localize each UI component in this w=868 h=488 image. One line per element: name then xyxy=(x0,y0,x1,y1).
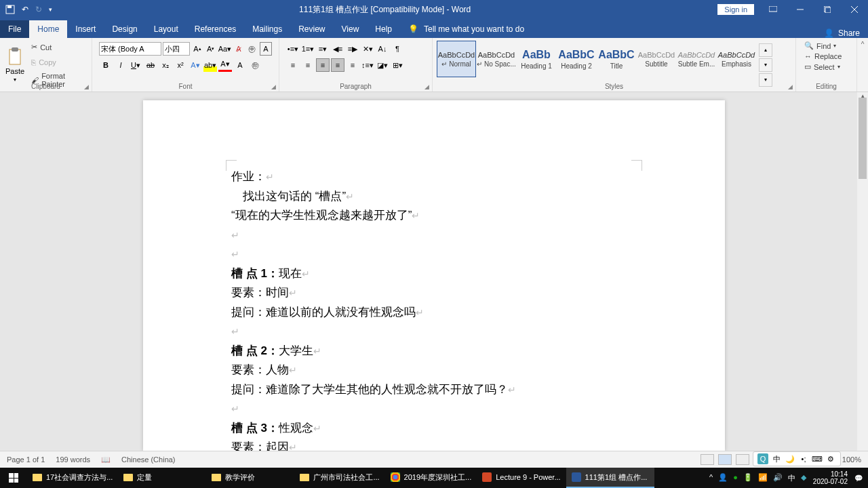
borders-button[interactable]: ⊞▾ xyxy=(391,58,404,72)
font-color-button[interactable]: A▾ xyxy=(218,58,232,72)
char-border-button[interactable]: A xyxy=(260,42,272,56)
select-button[interactable]: ▭Select▾ xyxy=(803,62,850,72)
scroll-thumb[interactable] xyxy=(859,98,867,179)
bold-button[interactable]: B xyxy=(99,58,113,72)
word-count[interactable]: 199 words xyxy=(56,455,90,464)
ime-keyboard-icon[interactable]: ⌨ xyxy=(812,453,823,464)
tab-insert[interactable]: Insert xyxy=(67,20,104,38)
vertical-scrollbar[interactable]: ▴ xyxy=(857,92,868,451)
align-right-button[interactable]: ≡ xyxy=(316,58,330,72)
paste-icon[interactable] xyxy=(7,47,23,66)
phonetic-guide-button[interactable]: ㊥ xyxy=(246,42,258,56)
font-dialog-icon[interactable]: ◢ xyxy=(271,83,276,90)
char-shading-button[interactable]: A xyxy=(233,58,247,72)
maximize-button[interactable] xyxy=(814,0,841,19)
signin-button[interactable]: Sign in xyxy=(717,4,754,15)
notifications-icon[interactable]: 💬 xyxy=(854,474,863,482)
align-center-button[interactable]: ≡ xyxy=(301,58,315,72)
style-item[interactable]: AaBbCcDd↵ No Spac... xyxy=(477,41,516,77)
cut-button[interactable]: ✂Cut xyxy=(28,41,89,54)
paste-button[interactable]: Paste xyxy=(5,67,24,75)
security-icon[interactable]: ◆ xyxy=(801,473,806,483)
multilevel-button[interactable]: ≡▾ xyxy=(316,42,330,56)
style-item[interactable]: AaBbCcDdSubtitle xyxy=(637,41,676,77)
asian-layout-button[interactable]: ✕▾ xyxy=(361,42,374,56)
taskbar-item[interactable]: 17社会调查方法与... xyxy=(27,468,118,488)
share-button[interactable]: Share xyxy=(838,28,860,38)
show-marks-button[interactable]: ¶ xyxy=(391,42,404,56)
tab-file[interactable]: File xyxy=(0,20,29,38)
save-icon[interactable] xyxy=(5,5,15,14)
decrease-indent-button[interactable]: ◀≡ xyxy=(331,42,344,56)
find-button[interactable]: 🔍Find▾ xyxy=(803,41,850,51)
subscript-button[interactable]: x₂ xyxy=(159,58,172,72)
style-item[interactable]: AaBbCcDdSubtle Em... xyxy=(677,41,716,77)
collapse-ribbon-icon[interactable]: ^ xyxy=(861,41,865,48)
wifi-icon[interactable]: 📶 xyxy=(758,473,768,483)
tell-me-search[interactable]: 💡 Tell me what you want to do xyxy=(400,20,532,38)
style-item[interactable]: AaBbCcDd↵ Normal xyxy=(437,41,476,77)
spellcheck-icon[interactable]: 📖 xyxy=(101,455,111,464)
style-item[interactable]: AaBbHeading 1 xyxy=(517,41,556,77)
taskbar-item[interactable]: 广州市司法社会工... xyxy=(294,468,384,488)
sort-button[interactable]: A↓ xyxy=(376,42,389,56)
tab-design[interactable]: Design xyxy=(104,20,145,38)
ime-punct-button[interactable]: •; xyxy=(798,453,809,464)
align-left-button[interactable]: ≡ xyxy=(286,58,300,72)
volume-icon[interactable]: 🔊 xyxy=(773,473,783,483)
system-tray[interactable]: ^ 👤 ● 🔋 📶 🔊 中 ◆ 10:14 2020-07-02 💬 xyxy=(704,470,868,485)
strikethrough-button[interactable]: ab xyxy=(144,58,157,72)
distribute-button[interactable]: ≡ xyxy=(346,58,359,72)
ime-lang-button[interactable]: 中 xyxy=(771,453,782,464)
clear-formatting-button[interactable]: A̷ xyxy=(233,42,245,56)
italic-button[interactable]: I xyxy=(114,58,127,72)
increase-indent-button[interactable]: ≡▶ xyxy=(346,42,359,56)
numbering-button[interactable]: 1≡▾ xyxy=(301,42,315,56)
superscript-button[interactable]: x² xyxy=(174,58,187,72)
wechat-icon[interactable]: ● xyxy=(733,473,738,483)
document-page[interactable]: 作业：↵ 找出这句话的 “槽点”↵“现在的大学生性观念越来越开放了”↵↵↵槽 点… xyxy=(143,100,725,451)
start-button[interactable] xyxy=(0,468,27,488)
shrink-font-button[interactable]: A▾ xyxy=(205,42,217,56)
redo-icon[interactable]: ↻ xyxy=(35,5,42,14)
shading-button[interactable]: ◪▾ xyxy=(376,58,389,72)
ime-tray-icon[interactable]: 中 xyxy=(788,473,795,483)
taskbar-item[interactable]: 教学评价 xyxy=(206,468,294,488)
zoom-level[interactable]: 100% xyxy=(842,455,861,464)
enclose-char-button[interactable]: ㊞ xyxy=(248,58,262,72)
taskbar-item[interactable]: 2019年度深圳社工... xyxy=(385,468,477,488)
page-count[interactable]: Page 1 of 1 xyxy=(7,455,45,464)
document-area[interactable]: 作业：↵ 找出这句话的 “槽点”↵“现在的大学生性观念越来越开放了”↵↵↵槽 点… xyxy=(0,92,868,451)
style-item[interactable]: AaBbCcDdEmphasis xyxy=(717,41,756,77)
tab-help[interactable]: Help xyxy=(367,20,400,38)
people-icon[interactable]: 👤 xyxy=(718,473,728,483)
text-effects-button[interactable]: A▾ xyxy=(189,58,202,72)
ime-icon[interactable]: Q xyxy=(757,453,768,464)
read-mode-button[interactable] xyxy=(701,454,714,465)
styles-dialog-icon[interactable]: ◢ xyxy=(788,83,793,90)
taskbar-item[interactable]: 定量 xyxy=(118,468,206,488)
web-layout-button[interactable] xyxy=(736,454,749,465)
taskbar-item[interactable]: 111第1组 槽点作... xyxy=(566,468,654,488)
battery-icon[interactable]: 🔋 xyxy=(743,473,753,483)
tab-home[interactable]: Home xyxy=(29,20,67,38)
line-spacing-button[interactable]: ↕≡▾ xyxy=(361,58,374,72)
font-size-select[interactable] xyxy=(163,42,190,56)
clock[interactable]: 10:14 2020-07-02 xyxy=(813,470,848,485)
minimize-button[interactable] xyxy=(787,0,814,19)
tab-review[interactable]: Review xyxy=(290,20,333,38)
undo-icon[interactable]: ↶ xyxy=(22,5,28,14)
language-status[interactable]: Chinese (China) xyxy=(121,455,175,464)
bullets-button[interactable]: •≡▾ xyxy=(286,42,300,56)
replace-button[interactable]: ↔Replace xyxy=(803,52,850,61)
taskbar-item[interactable]: Lecture 9 - Power... xyxy=(477,468,566,488)
change-case-button[interactable]: Aa▾ xyxy=(218,42,231,56)
styles-scroll-down-icon[interactable]: ▾ xyxy=(759,58,772,72)
paste-dropdown-icon[interactable]: ▾ xyxy=(14,77,16,83)
tab-references[interactable]: References xyxy=(186,20,244,38)
underline-button[interactable]: U▾ xyxy=(129,58,142,72)
tray-up-icon[interactable]: ^ xyxy=(709,473,713,483)
tab-view[interactable]: View xyxy=(334,20,368,38)
document-text[interactable]: 作业：↵ 找出这句话的 “槽点”↵“现在的大学生性观念越来越开放了”↵↵↵槽 点… xyxy=(231,168,637,451)
styles-scroll-up-icon[interactable]: ▴ xyxy=(759,43,772,57)
